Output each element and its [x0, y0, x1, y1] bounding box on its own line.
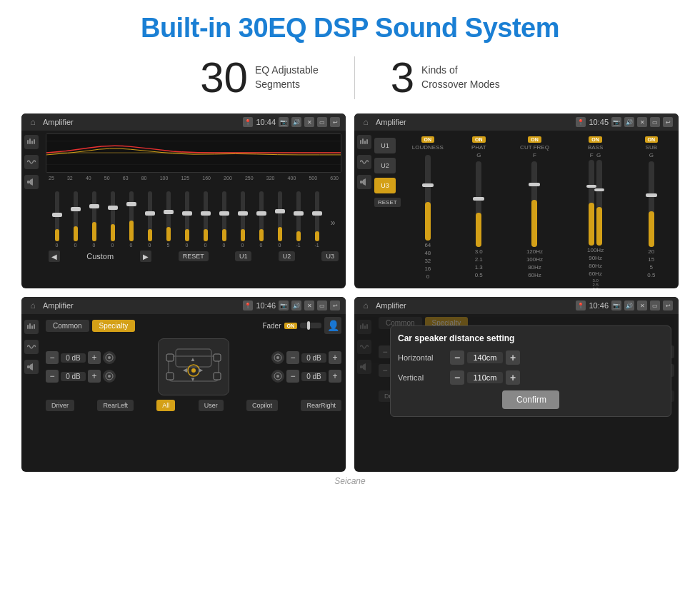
x-icon-4[interactable]: ✕ [637, 301, 647, 310]
slider-7[interactable]: 5 [160, 191, 176, 248]
copilot-button[interactable]: Copilot [246, 400, 278, 411]
window-icon-2[interactable]: ▭ [650, 117, 660, 127]
ch-fl-plus[interactable]: + [88, 351, 101, 364]
bass-on-badge[interactable]: ON [589, 136, 602, 143]
horizontal-minus-button[interactable]: − [450, 350, 464, 365]
home-icon[interactable]: ⌂ [27, 116, 39, 128]
svg-rect-0 [27, 140, 29, 144]
speaker-icon-3[interactable] [24, 360, 39, 374]
slider-1[interactable]: 0 [49, 191, 65, 248]
x-icon[interactable]: ✕ [304, 117, 314, 127]
reset-button-2[interactable]: RESET [374, 198, 401, 207]
phat-on-badge[interactable]: ON [472, 136, 486, 143]
camera-icon-2[interactable]: 📷 [611, 117, 621, 127]
camera-icon[interactable]: 📷 [279, 117, 289, 127]
bass-slider-f[interactable] [589, 160, 594, 246]
rearright-button[interactable]: RearRight [301, 400, 341, 411]
wave-icon[interactable] [24, 155, 39, 169]
cutfreq-on-badge[interactable]: ON [528, 136, 541, 143]
eq-icon-2[interactable] [357, 135, 371, 149]
volume-icon-3[interactable]: 🔊 [291, 301, 301, 310]
back-icon-3[interactable]: ↩ [330, 301, 340, 310]
cutfreq-slider[interactable] [531, 161, 537, 247]
preset-u2[interactable]: U2 [374, 158, 396, 173]
slider-14[interactable]: -1 [290, 191, 306, 248]
vertical-minus-button[interactable]: − [450, 370, 464, 385]
speaker-rr-icon [271, 370, 284, 383]
u2-button-1[interactable]: U2 [279, 251, 296, 261]
tab-specialty[interactable]: Specialty [92, 320, 136, 332]
svg-rect-40 [362, 323, 364, 329]
slider-2[interactable]: 0 [67, 191, 84, 248]
slider-4[interactable]: 0 [104, 191, 121, 248]
confirm-button[interactable]: Confirm [502, 390, 559, 409]
bass-slider-g[interactable] [596, 160, 602, 246]
window-icon-4[interactable]: ▭ [650, 301, 660, 310]
volume-icon[interactable]: 🔊 [291, 117, 301, 127]
camera-icon-3[interactable]: 📷 [279, 301, 289, 310]
reset-button-1[interactable]: RESET [179, 251, 209, 261]
home-icon-3[interactable]: ⌂ [27, 300, 39, 311]
rearleft-button[interactable]: RearLeft [97, 400, 134, 411]
page-title: Built-in 30EQ DSP Sound System [21, 13, 679, 44]
window-icon-3[interactable]: ▭ [317, 301, 327, 310]
eq-prev-button[interactable]: ◀ [49, 251, 60, 262]
vertical-plus-button[interactable]: + [506, 370, 520, 385]
window-icon[interactable]: ▭ [317, 117, 327, 127]
speaker-main: Common Specialty Fader ON 👤 [21, 314, 346, 472]
sub-slider[interactable] [649, 161, 654, 247]
driver-button[interactable]: Driver [46, 400, 74, 411]
ch-rl-plus[interactable]: + [88, 370, 101, 383]
back-icon-2[interactable]: ↩ [663, 117, 673, 127]
eq-icon-3[interactable] [24, 320, 39, 334]
volume-icon-4[interactable]: 🔊 [624, 301, 634, 310]
wave-icon-2[interactable] [357, 155, 371, 169]
slider-3[interactable]: 0 [86, 191, 102, 248]
wave-icon-3[interactable] [24, 340, 39, 354]
ch-fr-minus[interactable]: − [286, 351, 299, 364]
u3-button-1[interactable]: U3 [321, 251, 339, 261]
eq-icon[interactable] [24, 135, 39, 149]
slider-9[interactable]: 0 [197, 191, 214, 248]
tab-common[interactable]: Common [46, 320, 89, 332]
slider-13[interactable]: 0 [271, 191, 288, 248]
slider-5[interactable]: 0 [123, 191, 139, 248]
home-icon-2[interactable]: ⌂ [360, 116, 371, 128]
speaker-icon-2[interactable] [357, 175, 371, 189]
camera-icon-4[interactable]: 📷 [611, 301, 621, 310]
back-icon[interactable]: ↩ [330, 117, 340, 127]
slider-6[interactable]: 0 [141, 191, 158, 248]
home-icon-4[interactable]: ⌂ [360, 300, 371, 311]
u1-button-1[interactable]: U1 [235, 251, 252, 261]
slider-15[interactable]: -1 [309, 191, 325, 248]
slider-8[interactable]: 0 [179, 191, 195, 248]
speaker-icon[interactable] [24, 175, 39, 189]
user-button[interactable]: User [199, 400, 224, 411]
preset-u1[interactable]: U1 [374, 138, 396, 153]
volume-icon-2[interactable]: 🔊 [624, 117, 634, 127]
slider-10[interactable]: 0 [216, 191, 232, 248]
slider-11[interactable]: 0 [234, 191, 251, 248]
loudness-on-badge[interactable]: ON [421, 136, 435, 143]
loudness-slider[interactable] [425, 155, 431, 241]
preset-u3[interactable]: U3 [374, 178, 396, 193]
pin-icon-4: 📍 [576, 301, 586, 310]
x-icon-2[interactable]: ✕ [637, 117, 647, 127]
phat-slider[interactable] [476, 161, 481, 247]
ch-rr-minus[interactable]: − [286, 370, 299, 383]
horizontal-plus-button[interactable]: + [506, 350, 520, 365]
more-sliders-icon[interactable]: » [327, 198, 339, 248]
ch-rl-minus[interactable]: − [46, 370, 59, 383]
ch-fl-minus[interactable]: − [46, 351, 59, 364]
ch-rr-plus[interactable]: + [329, 370, 341, 383]
fader-track[interactable] [300, 323, 321, 328]
bass-val2: 90Hz [589, 255, 602, 261]
back-icon-4[interactable]: ↩ [663, 301, 673, 310]
x-icon-3[interactable]: ✕ [304, 301, 314, 310]
sub-on-badge[interactable]: ON [645, 136, 659, 143]
eq-next-button[interactable]: ▶ [140, 251, 151, 262]
all-button[interactable]: All [156, 400, 175, 411]
ch-fr-plus[interactable]: + [329, 351, 341, 364]
fader-on-badge[interactable]: ON [284, 323, 298, 329]
slider-12[interactable]: 0 [253, 191, 269, 248]
